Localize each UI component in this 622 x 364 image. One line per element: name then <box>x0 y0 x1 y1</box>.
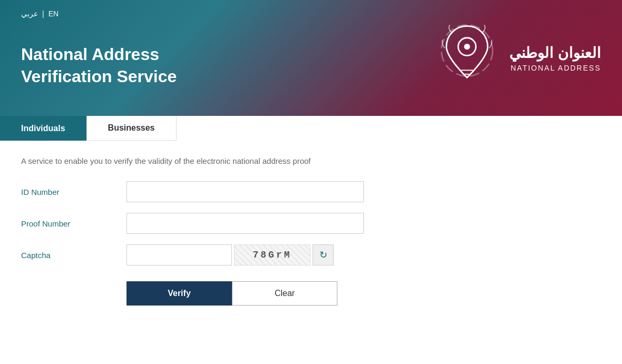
logo-english-text: NATIONAL ADDRESS <box>509 64 601 72</box>
captcha-image: 78GrM <box>234 244 310 265</box>
buttons-row: Verify Clear <box>127 281 390 306</box>
svg-point-0 <box>442 25 493 76</box>
id-number-row: ID Number <box>21 181 390 202</box>
id-number-input[interactable] <box>127 181 364 202</box>
proof-number-row: Proof Number <box>21 213 390 234</box>
national-address-logo-icon <box>435 21 499 95</box>
verify-button[interactable]: Verify <box>127 281 232 306</box>
arabic-lang-button[interactable]: عربي <box>21 9 38 18</box>
english-lang-button[interactable]: EN <box>48 9 59 18</box>
proof-number-label: Proof Number <box>21 219 127 228</box>
title-text: National Address Verification Service <box>21 44 177 87</box>
language-bar: عربي | EN <box>21 9 59 18</box>
service-description: A service to enable you to verify the va… <box>21 156 601 165</box>
header-logo: العنوان الوطني NATIONAL ADDRESS <box>435 21 601 95</box>
tabs-container: Individuals Businesses <box>0 116 622 141</box>
header-title: National Address Verification Service <box>21 44 177 87</box>
lang-divider: | <box>42 9 44 18</box>
page-header: عربي | EN National Address Verification … <box>0 0 622 116</box>
logo-arabic-text: العنوان الوطني <box>509 44 601 62</box>
captcha-label: Captcha <box>21 251 127 260</box>
proof-number-input[interactable] <box>127 213 364 234</box>
refresh-icon: ↻ <box>319 249 327 261</box>
tab-businesses[interactable]: Businesses <box>86 116 177 141</box>
form-container: ID Number Proof Number Captcha 78GrM ↻ V… <box>21 181 390 306</box>
captcha-refresh-button[interactable]: ↻ <box>313 244 334 265</box>
captcha-input[interactable] <box>127 244 232 265</box>
captcha-text: 78GrM <box>235 245 310 265</box>
captcha-row: Captcha 78GrM ↻ <box>21 244 390 265</box>
tab-individuals[interactable]: Individuals <box>0 116 86 141</box>
svg-point-2 <box>464 44 470 50</box>
logo-text: العنوان الوطني NATIONAL ADDRESS <box>509 44 601 72</box>
main-content: A service to enable you to verify the va… <box>0 141 622 321</box>
id-number-label: ID Number <box>21 188 127 196</box>
clear-button[interactable]: Clear <box>232 281 337 306</box>
